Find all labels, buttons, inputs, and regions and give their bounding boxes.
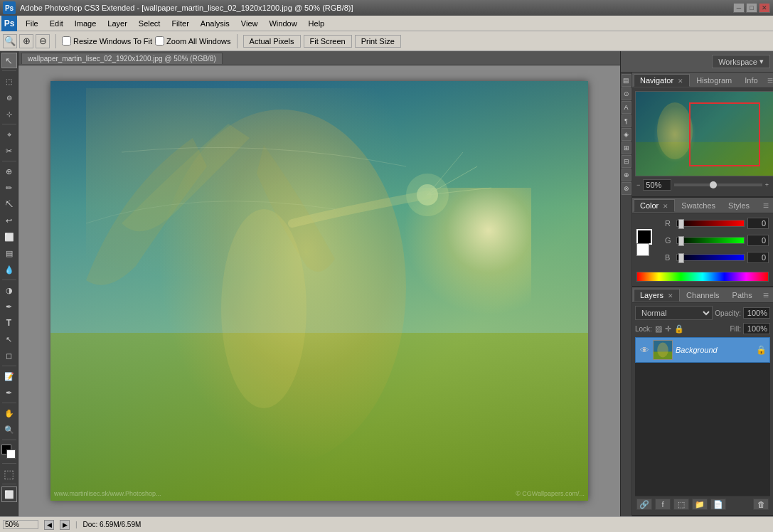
channel-b-value[interactable] <box>747 252 769 263</box>
navigator-close-icon[interactable]: ✕ <box>678 78 683 85</box>
new-layer-button[interactable]: 📄 <box>710 499 726 510</box>
menu-file[interactable]: File <box>20 18 44 29</box>
color-spectrum-bar[interactable] <box>636 272 769 282</box>
panel-rail-btn-1[interactable]: ▤ <box>622 74 631 87</box>
zoom-all-checkbox[interactable] <box>155 36 164 46</box>
panel-rail-btn-9[interactable]: ⊗ <box>622 182 631 195</box>
canvas-tab-item[interactable]: wallpaper_martin_lisec_02_1920x1200.jpg … <box>21 53 223 64</box>
resize-windows-checkbox[interactable] <box>62 36 71 46</box>
menu-image[interactable]: Image <box>69 18 102 29</box>
zoom-tool[interactable]: 🔍 <box>1 422 17 437</box>
menu-view[interactable]: View <box>235 18 264 29</box>
stamp-tool[interactable]: ⛏ <box>1 196 17 212</box>
layers-close-icon[interactable]: ✕ <box>668 292 673 299</box>
history-tool[interactable]: ↩ <box>1 213 17 228</box>
opacity-value[interactable] <box>743 307 770 319</box>
menu-layer[interactable]: Layer <box>102 18 133 29</box>
color-close-icon[interactable]: ✕ <box>663 203 668 210</box>
nav-zoom-input[interactable] <box>643 179 671 191</box>
zoom-slider[interactable] <box>674 183 762 186</box>
tab-swatches[interactable]: Swatches <box>675 199 722 212</box>
menu-analysis[interactable]: Analysis <box>195 18 235 29</box>
dodge-tool[interactable]: ◑ <box>1 282 17 298</box>
gradient-tool[interactable]: ▤ <box>1 245 17 261</box>
menu-window[interactable]: Window <box>263 18 302 29</box>
color-panel-menu-icon[interactable]: ≡ <box>760 200 772 211</box>
menu-filter[interactable]: Filter <box>166 18 194 29</box>
shape-tool[interactable]: ◻ <box>1 348 17 363</box>
channel-g-value[interactable] <box>747 235 769 246</box>
move-tool[interactable]: ↖ <box>1 53 17 68</box>
screen-mode-button[interactable]: ⬜ <box>1 486 17 502</box>
zoom-in-button[interactable]: ⊕ <box>19 34 33 48</box>
zoom-out-button[interactable]: ⊖ <box>36 34 50 48</box>
blur-tool[interactable]: 💧 <box>1 262 17 277</box>
text-tool[interactable]: T <box>1 315 17 331</box>
add-mask-button[interactable]: ⬚ <box>673 499 689 510</box>
panel-rail-btn-4[interactable]: ¶ <box>622 115 631 127</box>
canvas-content[interactable]: www.martinlisec.sk/www.Photoshop... © CG… <box>18 65 620 516</box>
new-group-button[interactable]: 📁 <box>692 499 708 510</box>
lock-all-icon[interactable]: 🔒 <box>674 324 684 334</box>
healing-tool[interactable]: ⊕ <box>1 164 17 179</box>
panel-rail-btn-8[interactable]: ⊕ <box>622 169 631 181</box>
workspace-button[interactable]: Workspace ▾ <box>712 55 770 68</box>
tab-paths[interactable]: Paths <box>726 289 759 302</box>
panel-rail-btn-3[interactable]: A <box>622 101 631 114</box>
channel-r-slider[interactable] <box>676 220 745 227</box>
background-color[interactable] <box>6 449 16 459</box>
navigator-panel-menu-icon[interactable]: ≡ <box>764 75 773 86</box>
tab-layers[interactable]: Layers ✕ <box>634 289 680 302</box>
delete-layer-button[interactable]: 🗑 <box>753 499 769 510</box>
zoom-all-option[interactable]: Zoom All Windows <box>155 36 230 46</box>
tab-channels[interactable]: Channels <box>680 289 725 302</box>
lasso-tool[interactable]: ⊚ <box>1 90 17 105</box>
zoom-tool-button[interactable]: 🔍 <box>3 34 17 48</box>
channel-b-slider[interactable] <box>676 254 745 261</box>
tab-info[interactable]: Info <box>738 74 764 87</box>
lock-move-icon[interactable]: ✛ <box>665 324 671 334</box>
path-select-tool[interactable]: ↖ <box>1 331 17 347</box>
layer-visibility-icon[interactable]: 👁 <box>639 344 650 356</box>
canvas-next-button[interactable]: ▶ <box>60 520 70 530</box>
tab-styles[interactable]: Styles <box>722 199 756 212</box>
foreground-background-colors[interactable] <box>1 445 17 459</box>
menu-edit[interactable]: Edit <box>44 18 69 29</box>
brush-tool[interactable]: ✏ <box>1 180 17 196</box>
panel-rail-btn-5[interactable]: ◈ <box>622 128 631 141</box>
menu-help[interactable]: Help <box>303 18 331 29</box>
actual-pixels-button[interactable]: Actual Pixels <box>243 35 301 48</box>
canvas-prev-button[interactable]: ◀ <box>44 520 54 530</box>
lock-pixels-icon[interactable]: ▨ <box>655 324 662 334</box>
minimize-button[interactable]: ─ <box>733 3 745 13</box>
panel-rail-btn-7[interactable]: ⊟ <box>622 155 631 168</box>
blend-mode-select[interactable]: Normal <box>635 306 713 320</box>
background-swatch[interactable] <box>636 243 649 256</box>
slice-tool[interactable]: ✂ <box>1 143 17 159</box>
add-style-button[interactable]: f <box>655 499 671 510</box>
notes-tool[interactable]: 📝 <box>1 368 17 384</box>
resize-windows-option[interactable]: Resize Windows To Fit <box>62 36 152 46</box>
pen-tool[interactable]: ✒ <box>1 299 17 314</box>
fill-value[interactable] <box>743 323 770 334</box>
quick-mask-button[interactable]: ⬚ <box>1 466 17 482</box>
channel-r-value[interactable] <box>747 218 769 229</box>
maximize-button[interactable]: □ <box>746 3 757 13</box>
tab-navigator[interactable]: Navigator ✕ <box>634 74 690 87</box>
status-zoom-input[interactable] <box>3 520 38 529</box>
quick-select-tool[interactable]: ⊹ <box>1 106 17 122</box>
eyedropper-tool[interactable]: ✒ <box>1 385 17 400</box>
panel-rail-btn-2[interactable]: ⊙ <box>622 87 631 100</box>
foreground-swatch[interactable] <box>636 229 652 245</box>
panel-rail-btn-6[interactable]: ⊞ <box>622 142 631 154</box>
layers-panel-menu-icon[interactable]: ≡ <box>760 289 772 301</box>
eraser-tool[interactable]: ⬜ <box>1 229 17 245</box>
crop-tool[interactable]: ⌖ <box>1 127 17 142</box>
marquee-tool[interactable]: ⬚ <box>1 73 17 89</box>
close-button[interactable]: ✕ <box>759 3 770 13</box>
menu-select[interactable]: Select <box>133 18 166 29</box>
channel-g-slider[interactable] <box>676 237 745 244</box>
tab-color[interactable]: Color ✕ <box>634 199 675 212</box>
add-link-button[interactable]: 🔗 <box>636 499 652 510</box>
table-row[interactable]: 👁 Background 🔒 <box>635 337 770 363</box>
